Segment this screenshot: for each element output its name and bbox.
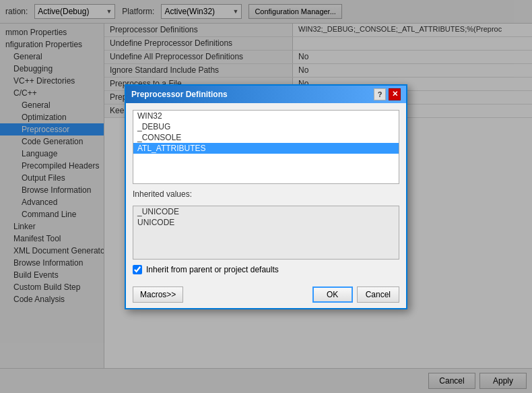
list-item-unicode-underscore[interactable]: _UNICODE: [133, 206, 399, 217]
modal-cancel-button[interactable]: Cancel: [357, 286, 399, 303]
modal-help-button[interactable]: ?: [374, 88, 386, 100]
modal-ok-cancel: OK Cancel: [312, 286, 399, 303]
close-icon: ✕: [392, 90, 398, 98]
help-icon: ?: [378, 90, 383, 98]
modal-close-button[interactable]: ✕: [389, 88, 401, 100]
preprocessor-listbox[interactable]: WIN32 _DEBUG _CONSOLE ATL_ATTRIBUTES: [133, 110, 399, 184]
inherit-checkbox-label: Inherit from parent or project defaults: [146, 265, 279, 274]
list-item-atl-attributes[interactable]: ATL_ATTRIBUTES: [133, 143, 399, 154]
list-item-win32[interactable]: WIN32: [133, 111, 399, 121]
list-item-debug[interactable]: _DEBUG: [133, 121, 399, 132]
modal-body: WIN32 _DEBUG _CONSOLE ATL_ATTRIBUTES Inh…: [126, 103, 406, 281]
inherit-checkbox[interactable]: [133, 265, 142, 274]
modal-overlay: Preprocessor Definitions ? ✕ WIN32 _DEBU…: [0, 0, 532, 393]
modal-footer: Macros>> OK Cancel: [126, 281, 406, 308]
ok-button[interactable]: OK: [312, 286, 353, 303]
list-item-console[interactable]: _CONSOLE: [133, 132, 399, 143]
modal-dialog: Preprocessor Definitions ? ✕ WIN32 _DEBU…: [125, 84, 407, 309]
modal-titlebar: Preprocessor Definitions ? ✕: [126, 86, 406, 103]
modal-title-buttons: ? ✕: [374, 88, 401, 100]
macros-button[interactable]: Macros>>: [133, 286, 183, 303]
inherit-checkbox-row: Inherit from parent or project defaults: [133, 265, 399, 274]
modal-title: Preprocessor Definitions: [131, 90, 228, 99]
list-item-unicode[interactable]: UNICODE: [133, 217, 399, 228]
inherited-label: Inherited values:: [133, 189, 399, 199]
inherited-listbox[interactable]: _UNICODE UNICODE: [133, 206, 399, 260]
